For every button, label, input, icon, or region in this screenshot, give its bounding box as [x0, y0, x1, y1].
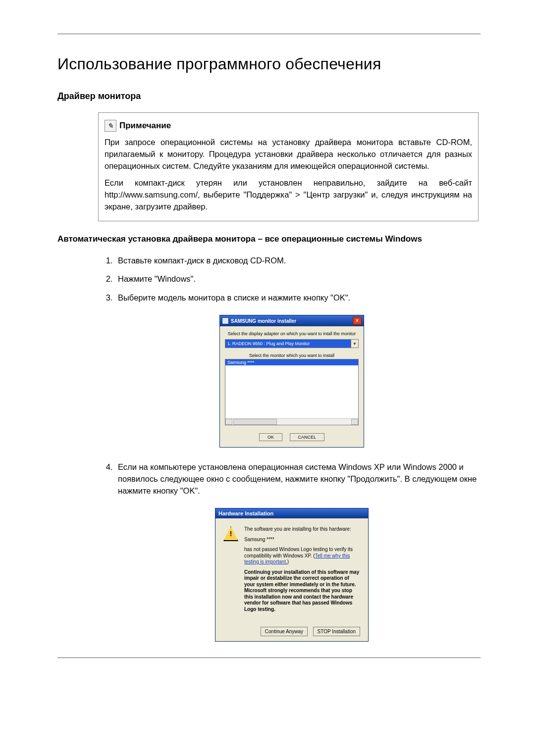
note-title-row: ✎ Примечание: [105, 120, 472, 132]
monitor-label: Select the monitor which you want to ins…: [225, 353, 359, 358]
scroll-right-icon[interactable]: [351, 419, 358, 425]
hardware-warning-window: Hardware Installation ! The software you…: [215, 508, 369, 642]
stop-installation-button[interactable]: STOP Installation: [313, 627, 360, 636]
step-2: Нажмите "Windows".: [115, 273, 479, 285]
installer-body: Select the display adapter on which you …: [220, 326, 364, 447]
figure-installer-dialog: SAMSUNG monitor installer × Select the d…: [103, 315, 481, 448]
adapter-label: Select the display adapter on which you …: [225, 331, 359, 336]
hardware-warning-text: The software you are installing for this…: [244, 526, 360, 616]
scroll-thumb[interactable]: [233, 419, 277, 425]
steps-list: Вставьте компакт-диск в дисковод CD-ROM.…: [103, 255, 479, 304]
continue-anyway-button[interactable]: Continue Anyway: [261, 627, 308, 636]
installer-button-row: OK CANCEL: [225, 433, 359, 441]
scroll-track: [277, 419, 351, 425]
monitor-list-item-selected[interactable]: Samsung ****: [225, 359, 358, 365]
adapter-dropdown[interactable]: 1. RADEON 9550 : Plug and Play Monitor ▼: [225, 339, 359, 348]
app-icon: [222, 317, 229, 324]
step-3: Выберите модель монитора в списке и нажм…: [115, 292, 479, 304]
monitor-listbox[interactable]: Samsung ****: [225, 359, 359, 425]
warning-device-name: Samsung ****: [244, 537, 360, 543]
ok-button[interactable]: OK: [259, 433, 282, 441]
note-icon: ✎: [105, 120, 116, 132]
cancel-button[interactable]: CANCEL: [290, 433, 325, 441]
warning-logo-text: has not passed Windows Logo testing to v…: [244, 547, 360, 565]
hardware-warning-body: ! The software you are installing for th…: [215, 518, 368, 621]
step-1: Вставьте компакт-диск в дисковод CD-ROM.: [115, 255, 479, 267]
step-4: Если на компьютере установлена операцион…: [115, 461, 479, 497]
figure-hardware-warning: Hardware Installation ! The software you…: [103, 508, 481, 642]
page-title: Использование программного обеспечения: [57, 55, 481, 73]
hardware-warning-title: Hardware Installation: [218, 510, 273, 516]
hardware-warning-titlebar: Hardware Installation: [215, 508, 368, 518]
installer-window: SAMSUNG monitor installer × Select the d…: [219, 315, 364, 448]
warning-icon: !: [223, 526, 238, 541]
warning-bold-text: Continuing your installation of this sof…: [244, 569, 360, 613]
steps-list-continued: Если на компьютере установлена операцион…: [103, 461, 479, 497]
scroll-left-icon[interactable]: [225, 419, 232, 425]
adapter-dropdown-value: 1. RADEON 9550 : Plug and Play Monitor: [225, 340, 351, 348]
warning-line-1: The software you are installing for this…: [244, 526, 360, 533]
bottom-divider: [57, 657, 481, 658]
chevron-down-icon[interactable]: ▼: [351, 340, 358, 348]
note-paragraph-1: При запросе операционной системы на уста…: [105, 137, 472, 172]
installer-title: SAMSUNG monitor installer: [231, 318, 351, 324]
section-heading: Драйвер монитора: [57, 91, 481, 101]
horizontal-scrollbar[interactable]: [225, 418, 358, 425]
close-icon[interactable]: ×: [353, 317, 362, 325]
note-box: ✎ Примечание При запросе операционной си…: [98, 112, 479, 221]
note-title: Примечание: [119, 121, 171, 131]
subsection-heading: Автоматическая установка драйвера монито…: [57, 234, 481, 244]
warning-logo-text-b: ): [287, 559, 289, 564]
note-paragraph-2: Если компакт-диск утерян или установлен …: [105, 177, 472, 213]
document-page: Использование программного обеспечения Д…: [0, 0, 535, 756]
top-divider: [57, 34, 481, 34]
hardware-warning-button-row: Continue Anyway STOP Installation: [215, 626, 368, 641]
installer-titlebar: SAMSUNG monitor installer ×: [220, 315, 364, 326]
